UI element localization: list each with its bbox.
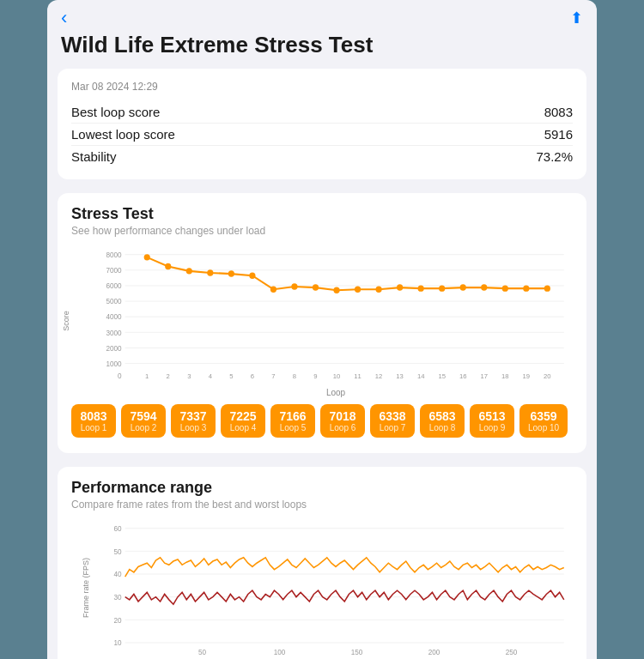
- svg-text:20: 20: [113, 615, 121, 624]
- svg-point-37: [144, 254, 150, 260]
- loop-score-item: 7594 Loop 2: [121, 404, 166, 438]
- lowest-loop-row: Lowest loop score 5916: [71, 123, 573, 145]
- svg-point-44: [291, 283, 297, 289]
- svg-point-47: [355, 286, 361, 292]
- svg-point-54: [502, 285, 508, 291]
- svg-text:250: 250: [506, 648, 518, 656]
- best-loop-row: Best loop score 8083: [71, 101, 573, 123]
- svg-text:150: 150: [351, 648, 363, 656]
- loop-score-item: 6359 Loop 10: [519, 404, 568, 438]
- svg-text:6: 6: [251, 372, 255, 379]
- svg-point-45: [313, 284, 319, 290]
- svg-text:60: 60: [113, 524, 121, 533]
- loop-score-item: 7225 Loop 4: [221, 404, 265, 438]
- svg-point-41: [228, 270, 234, 276]
- svg-text:8: 8: [293, 372, 297, 379]
- loop-score-label: Loop 5: [279, 423, 307, 432]
- stress-chart-wrapper: Score 8000 7000: [71, 245, 573, 397]
- svg-text:17: 17: [480, 372, 488, 379]
- perf-chart-area: 60 50 40 30 20 10 50 100 150 200 250: [99, 519, 573, 656]
- svg-text:1: 1: [145, 372, 149, 379]
- loop-score-value: 6359: [528, 409, 559, 423]
- page-title: Wild Life Extreme Stress Test: [47, 33, 597, 69]
- loop-score-item: 8083 Loop 1: [71, 404, 116, 438]
- loop-scores[interactable]: 8083 Loop 1 7594 Loop 2 7337 Loop 3 7225…: [71, 404, 573, 441]
- loop-score-value: 6513: [478, 409, 506, 423]
- loop-score-item: 6513 Loop 9: [470, 404, 514, 438]
- svg-point-52: [460, 284, 466, 290]
- loop-score-value: 7166: [279, 409, 307, 423]
- svg-text:15: 15: [438, 372, 446, 379]
- loop-score-label: Loop 9: [478, 423, 506, 432]
- svg-text:4: 4: [209, 372, 213, 379]
- svg-text:6000: 6000: [106, 281, 122, 290]
- svg-text:7: 7: [271, 372, 275, 379]
- stress-chart-area: 8000 7000 6000 5000 4000 3000 2000 1000 …: [99, 245, 573, 383]
- svg-text:16: 16: [459, 372, 467, 379]
- loop-score-item: 6583 Loop 8: [420, 404, 465, 438]
- lowest-loop-label: Lowest loop score: [71, 127, 175, 142]
- svg-point-46: [333, 287, 339, 293]
- perf-y-axis-label: Frame rate (FPS): [82, 558, 90, 618]
- perf-chart-svg: 60 50 40 30 20 10 50 100 150 200 250: [99, 519, 573, 656]
- loop-score-item: 7018 Loop 6: [320, 404, 365, 438]
- loop-score-label: Loop 6: [329, 423, 356, 432]
- main-card: ‹ ⬆ Wild Life Extreme Stress Test Mar 08…: [47, 0, 597, 659]
- best-loop-value: 8083: [544, 105, 573, 119]
- svg-point-42: [249, 272, 255, 278]
- svg-text:18: 18: [501, 372, 509, 379]
- loop-score-value: 6338: [379, 409, 406, 423]
- stress-test-card: Stress Test See how performance changes …: [58, 193, 586, 453]
- page-wrapper: ‹ ⬆ Wild Life Extreme Stress Test Mar 08…: [0, 0, 644, 659]
- stress-y-axis-label: Score: [62, 311, 70, 332]
- svg-point-43: [270, 286, 276, 292]
- svg-text:10: 10: [113, 638, 121, 647]
- share-button[interactable]: ⬆: [570, 9, 583, 27]
- svg-text:5: 5: [229, 372, 234, 379]
- stability-value: 73.2%: [536, 149, 573, 164]
- loop-score-item: 7337 Loop 3: [171, 404, 216, 438]
- svg-point-55: [523, 285, 529, 291]
- stability-row: Stability 73.2%: [71, 145, 573, 167]
- svg-point-38: [165, 263, 171, 269]
- svg-text:7000: 7000: [106, 266, 122, 275]
- loop-score-label: Loop 10: [528, 423, 559, 432]
- svg-point-48: [376, 286, 382, 292]
- svg-text:30: 30: [113, 593, 121, 602]
- loop-score-value: 7337: [179, 409, 207, 423]
- stress-test-subtitle: See how performance changes under load: [71, 225, 573, 237]
- svg-point-49: [397, 284, 403, 290]
- lowest-loop-value: 5916: [544, 127, 573, 142]
- loop-score-label: Loop 4: [229, 423, 257, 432]
- loop-score-label: Loop 3: [179, 423, 207, 432]
- loop-score-value: 6583: [428, 409, 456, 423]
- stress-chart-svg: 8000 7000 6000 5000 4000 3000 2000 1000 …: [99, 245, 573, 383]
- svg-text:9: 9: [313, 372, 317, 379]
- perf-range-subtitle: Compare frame rates from the best and wo…: [71, 499, 573, 511]
- svg-text:1000: 1000: [106, 360, 122, 368]
- stress-x-axis-label: Loop: [99, 388, 573, 397]
- loop-score-label: Loop 2: [130, 423, 157, 432]
- svg-text:8000: 8000: [106, 251, 122, 259]
- perf-chart-wrapper: Frame rate (FPS) 60 50 40 30: [71, 519, 573, 656]
- svg-text:100: 100: [274, 648, 286, 656]
- svg-point-40: [207, 269, 213, 275]
- svg-point-56: [544, 285, 550, 291]
- svg-text:11: 11: [354, 372, 361, 379]
- svg-text:3: 3: [187, 372, 191, 379]
- svg-point-51: [439, 285, 445, 291]
- svg-text:20: 20: [544, 372, 551, 379]
- svg-text:2: 2: [167, 372, 170, 379]
- svg-text:50: 50: [113, 547, 121, 555]
- svg-text:19: 19: [523, 372, 531, 379]
- svg-text:200: 200: [428, 648, 440, 656]
- stress-test-title: Stress Test: [71, 205, 573, 223]
- svg-text:13: 13: [396, 372, 404, 379]
- loop-score-value: 7018: [329, 409, 356, 423]
- back-button[interactable]: ‹: [61, 7, 67, 29]
- loop-score-label: Loop 7: [379, 423, 406, 432]
- svg-text:10: 10: [333, 372, 341, 379]
- svg-text:0: 0: [118, 371, 122, 379]
- svg-point-53: [481, 284, 487, 290]
- best-loop-label: Best loop score: [71, 105, 160, 119]
